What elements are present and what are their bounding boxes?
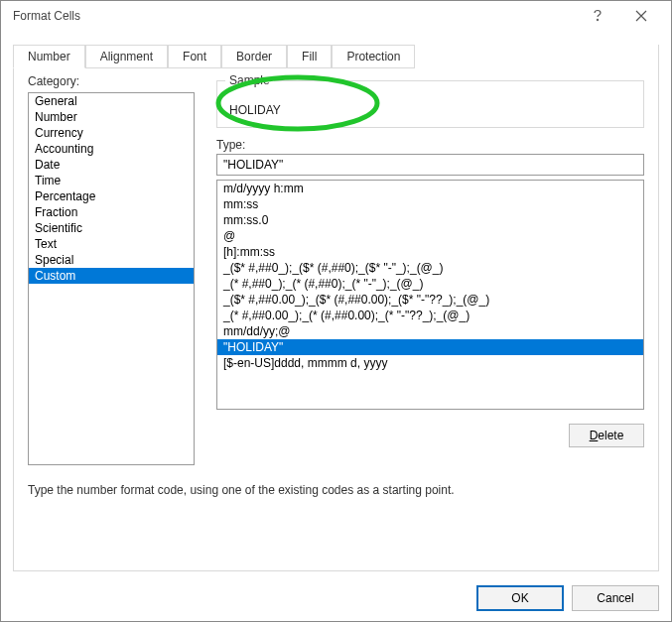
delete-rest: elete: [598, 429, 623, 442]
type-label: Type:: [216, 138, 245, 152]
format-item[interactable]: @: [217, 228, 643, 244]
category-label: Category:: [28, 74, 79, 88]
dialog-body: Category: General Number Currency Accoun…: [13, 45, 659, 571]
format-item[interactable]: mm/dd/yy;@: [217, 323, 643, 339]
format-item-selected[interactable]: "HOLIDAY": [217, 339, 643, 355]
window-title: Format Cells: [13, 9, 576, 23]
type-input[interactable]: [216, 154, 644, 176]
category-item[interactable]: Special: [29, 252, 194, 268]
tab-strip: Number Alignment Font Border Fill Protec…: [13, 45, 659, 68]
delete-button[interactable]: Delete: [569, 424, 644, 447]
category-item[interactable]: Accounting: [29, 141, 194, 157]
tab-fill[interactable]: Fill: [287, 45, 332, 68]
format-item[interactable]: mm:ss.0: [217, 212, 643, 228]
format-item[interactable]: _(* #,##0.00_);_(* (#,##0.00);_(* "-"??_…: [217, 308, 643, 323]
format-item[interactable]: [h]:mm:ss: [217, 244, 643, 260]
category-item[interactable]: Fraction: [29, 204, 194, 220]
category-list[interactable]: General Number Currency Accounting Date …: [28, 92, 195, 465]
format-item[interactable]: _($* #,##0_);_($* (#,##0);_($* "-"_);_(@…: [217, 260, 643, 276]
cancel-button[interactable]: Cancel: [572, 585, 659, 611]
titlebar: Format Cells: [1, 1, 671, 31]
category-item-custom[interactable]: Custom: [29, 268, 194, 284]
format-item[interactable]: m/d/yyyy h:mm: [217, 181, 643, 196]
category-item[interactable]: Number: [29, 109, 194, 125]
category-item[interactable]: Date: [29, 157, 194, 173]
tab-number[interactable]: Number: [13, 45, 85, 68]
help-button[interactable]: [576, 1, 619, 31]
category-item[interactable]: General: [29, 93, 194, 109]
category-item[interactable]: Time: [29, 173, 194, 188]
close-button[interactable]: [619, 1, 663, 31]
format-item[interactable]: _($* #,##0.00_);_($* (#,##0.00);_($* "-"…: [217, 292, 643, 308]
hint-text: Type the number format code, using one o…: [28, 483, 455, 497]
category-item[interactable]: Currency: [29, 125, 194, 141]
dialog-footer: OK Cancel: [476, 585, 659, 611]
svg-point-0: [597, 19, 599, 21]
sample-legend: Sample: [225, 73, 274, 87]
sample-value: HOLIDAY: [229, 103, 281, 117]
delete-mnemonic: D: [590, 429, 599, 442]
tab-border[interactable]: Border: [221, 45, 287, 68]
format-item[interactable]: mm:ss: [217, 196, 643, 212]
ok-button[interactable]: OK: [476, 585, 564, 611]
format-list[interactable]: m/d/yyyy h:mm mm:ss mm:ss.0 @ [h]:mm:ss …: [216, 180, 644, 410]
format-item[interactable]: _(* #,##0_);_(* (#,##0);_(* "-"_);_(@_): [217, 276, 643, 292]
sample-groupbox: Sample HOLIDAY: [216, 80, 644, 128]
tab-font[interactable]: Font: [168, 45, 221, 68]
tab-alignment[interactable]: Alignment: [85, 45, 168, 68]
category-item[interactable]: Text: [29, 236, 194, 252]
format-item[interactable]: [$-en-US]dddd, mmmm d, yyyy: [217, 355, 643, 371]
category-item[interactable]: Scientific: [29, 220, 194, 236]
category-item[interactable]: Percentage: [29, 188, 194, 204]
tab-protection[interactable]: Protection: [332, 45, 415, 68]
